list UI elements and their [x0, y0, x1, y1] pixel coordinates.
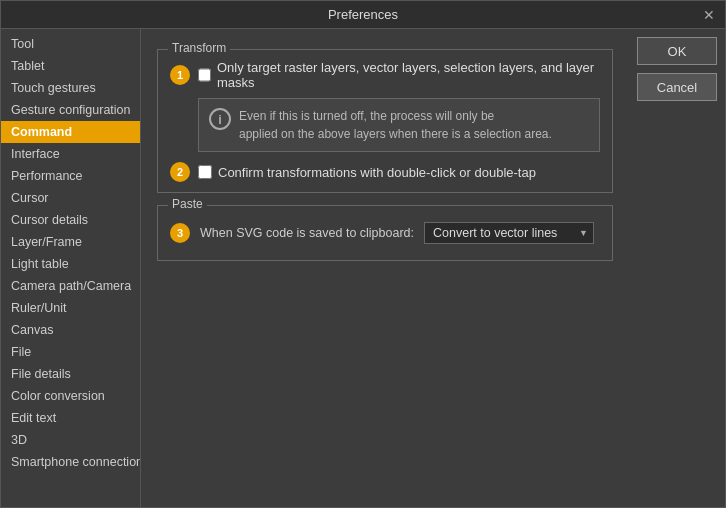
sidebar-item-gesture-configuration[interactable]: Gesture configuration	[1, 99, 140, 121]
paste-dropdown[interactable]: Convert to vector linesKeep as SVG	[424, 222, 594, 244]
checkbox1-row: 1 Only target raster layers, vector laye…	[170, 60, 600, 90]
sidebar-item-performance[interactable]: Performance	[1, 165, 140, 187]
badge-1: 1	[170, 65, 190, 85]
badge-2: 2	[170, 162, 190, 182]
checkbox2-wrap[interactable]: Confirm transformations with double-clic…	[198, 165, 536, 180]
dialog-body: ToolTabletTouch gesturesGesture configur…	[1, 29, 725, 507]
sidebar-item-edit-text[interactable]: Edit text	[1, 407, 140, 429]
sidebar-item-touch-gestures[interactable]: Touch gestures	[1, 77, 140, 99]
ok-button[interactable]: OK	[637, 37, 717, 65]
checkbox1-label: Only target raster layers, vector layers…	[217, 60, 600, 90]
sidebar-item-3d[interactable]: 3D	[1, 429, 140, 451]
sidebar-item-canvas[interactable]: Canvas	[1, 319, 140, 341]
close-icon[interactable]: ✕	[701, 7, 717, 23]
sidebar-item-smartphone-connection[interactable]: Smartphone connection	[1, 451, 140, 473]
sidebar-item-color-conversion[interactable]: Color conversion	[1, 385, 140, 407]
transform-group-label: Transform	[168, 41, 230, 55]
sidebar-item-light-table[interactable]: Light table	[1, 253, 140, 275]
sidebar-item-layer-frame[interactable]: Layer/Frame	[1, 231, 140, 253]
preferences-dialog: Preferences ✕ ToolTabletTouch gesturesGe…	[0, 0, 726, 508]
paste-label: When SVG code is saved to clipboard:	[200, 226, 414, 240]
sidebar-item-ruler-unit[interactable]: Ruler/Unit	[1, 297, 140, 319]
sidebar-item-tool[interactable]: Tool	[1, 33, 140, 55]
paste-group: Paste 3 When SVG code is saved to clipbo…	[157, 205, 613, 261]
checkbox2-row: 2 Confirm transformations with double-cl…	[170, 162, 600, 182]
sidebar-item-file[interactable]: File	[1, 341, 140, 363]
info-box: i Even if this is turned off, the proces…	[198, 98, 600, 152]
transform-group: Transform 1 Only target raster layers, v…	[157, 49, 613, 193]
sidebar-item-tablet[interactable]: Tablet	[1, 55, 140, 77]
checkbox2-label: Confirm transformations with double-clic…	[218, 165, 536, 180]
sidebar-item-camera-path[interactable]: Camera path/Camera	[1, 275, 140, 297]
sidebar: ToolTabletTouch gesturesGesture configur…	[1, 29, 141, 507]
action-buttons: OK Cancel	[629, 29, 725, 507]
badge-3: 3	[170, 223, 190, 243]
paste-dropdown-wrap: Convert to vector linesKeep as SVG	[424, 222, 594, 244]
checkbox2-input[interactable]	[198, 165, 212, 179]
checkbox1-input[interactable]	[198, 68, 211, 82]
sidebar-item-file-details[interactable]: File details	[1, 363, 140, 385]
paste-row: 3 When SVG code is saved to clipboard: C…	[170, 216, 600, 250]
paste-group-label: Paste	[168, 197, 207, 211]
title-bar: Preferences ✕	[1, 1, 725, 29]
sidebar-item-interface[interactable]: Interface	[1, 143, 140, 165]
sidebar-item-cursor[interactable]: Cursor	[1, 187, 140, 209]
main-content: Transform 1 Only target raster layers, v…	[141, 29, 629, 507]
info-icon: i	[209, 108, 231, 130]
sidebar-item-cursor-details[interactable]: Cursor details	[1, 209, 140, 231]
sidebar-item-command[interactable]: Command	[1, 121, 140, 143]
dialog-title: Preferences	[328, 7, 398, 22]
info-text: Even if this is turned off, the process …	[239, 107, 552, 143]
checkbox1-wrap[interactable]: Only target raster layers, vector layers…	[198, 60, 600, 90]
cancel-button[interactable]: Cancel	[637, 73, 717, 101]
